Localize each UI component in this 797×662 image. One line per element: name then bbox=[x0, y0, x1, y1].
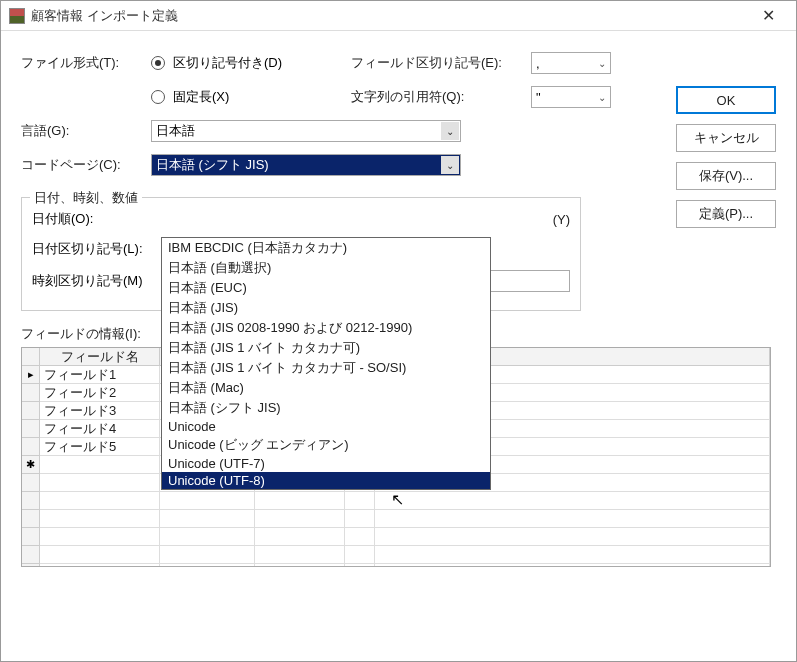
dropdown-item[interactable]: 日本語 (EUC) bbox=[162, 278, 490, 298]
dropdown-item[interactable]: 日本語 (JIS 0208-1990 および 0212-1990) bbox=[162, 318, 490, 338]
dropdown-item[interactable]: Unicode (ビッグ エンディアン) bbox=[162, 435, 490, 455]
label-codepage: コードページ(C): bbox=[21, 156, 151, 174]
text-qual-value: " bbox=[536, 90, 541, 105]
cell-name[interactable]: フィールド4 bbox=[40, 420, 160, 438]
radio-delimited-label: 区切り記号付き(D) bbox=[173, 54, 282, 72]
app-icon bbox=[9, 8, 25, 24]
radio-fixed-wrap[interactable]: 固定長(X) bbox=[151, 88, 351, 106]
save-button[interactable]: 保存(V)... bbox=[676, 162, 776, 190]
label-hidden-y: (Y) bbox=[553, 212, 570, 227]
field-sep-value: , bbox=[536, 56, 540, 71]
col-name[interactable]: フィールド名 bbox=[40, 348, 160, 366]
label-language: 言語(G): bbox=[21, 122, 151, 140]
time-sep-field[interactable] bbox=[490, 270, 570, 292]
chevron-down-icon: ⌄ bbox=[598, 92, 606, 103]
row-file-format: ファイル形式(T): 区切り記号付き(D) フィールド区切り記号(E): , ⌄ bbox=[21, 51, 776, 75]
chevron-down-icon: ⌄ bbox=[598, 58, 606, 69]
row-fixed: 固定長(X) 文字列の引用符(Q): " ⌄ bbox=[21, 85, 776, 109]
label-date-sep: 日付区切り記号(L): bbox=[32, 240, 152, 258]
row-selector[interactable]: ✱ bbox=[22, 456, 40, 474]
grid-corner bbox=[22, 348, 40, 366]
table-empty-row bbox=[22, 564, 770, 566]
label-date-order: 日付順(O): bbox=[32, 210, 152, 228]
row-selector[interactable]: ▸ bbox=[22, 366, 40, 384]
label-time-sep: 時刻区切り記号(M) bbox=[32, 272, 152, 290]
dropdown-item[interactable]: Unicode bbox=[162, 418, 490, 435]
label-text-qual: 文字列の引用符(Q): bbox=[351, 88, 531, 106]
label-file-format: ファイル形式(T): bbox=[21, 54, 151, 72]
codepage-value: 日本語 (シフト JIS) bbox=[156, 156, 269, 174]
cell-name[interactable]: フィールド1 bbox=[40, 366, 160, 384]
cell-name[interactable]: フィールド5 bbox=[40, 438, 160, 456]
spec-button[interactable]: 定義(P)... bbox=[676, 200, 776, 228]
dropdown-item[interactable]: IBM EBCDIC (日本語カタカナ) bbox=[162, 238, 490, 258]
dropdown-item[interactable]: 日本語 (JIS) bbox=[162, 298, 490, 318]
row-selector[interactable] bbox=[22, 402, 40, 420]
dropdown-item[interactable]: 日本語 (JIS 1 バイト カタカナ可 - SO/SI) bbox=[162, 358, 490, 378]
close-button[interactable]: ✕ bbox=[748, 2, 788, 30]
language-combo[interactable]: 日本語 ⌄ bbox=[151, 120, 461, 142]
dialog-body: OK キャンセル 保存(V)... 定義(P)... ファイル形式(T): 区切… bbox=[1, 31, 796, 577]
row-selector[interactable] bbox=[22, 420, 40, 438]
table-empty-row bbox=[22, 528, 770, 546]
row-selector[interactable] bbox=[22, 438, 40, 456]
codepage-dropdown[interactable]: IBM EBCDIC (日本語カタカナ)日本語 (自動選択)日本語 (EUC)日… bbox=[161, 237, 491, 490]
field-sep-combo[interactable]: , ⌄ bbox=[531, 52, 611, 74]
text-qual-combo[interactable]: " ⌄ bbox=[531, 86, 611, 108]
cancel-button[interactable]: キャンセル bbox=[676, 124, 776, 152]
codepage-combo[interactable]: 日本語 (シフト JIS) ⌄ bbox=[151, 154, 461, 176]
dropdown-item[interactable]: 日本語 (JIS 1 バイト カタカナ可) bbox=[162, 338, 490, 358]
row-codepage: コードページ(C): 日本語 (シフト JIS) ⌄ bbox=[21, 153, 776, 177]
chevron-down-icon: ⌄ bbox=[441, 122, 459, 140]
table-empty-row bbox=[22, 546, 770, 564]
dropdown-item[interactable]: 日本語 (シフト JIS) bbox=[162, 398, 490, 418]
table-empty-row bbox=[22, 492, 770, 510]
right-button-column: OK キャンセル 保存(V)... 定義(P)... bbox=[676, 86, 776, 228]
language-value: 日本語 bbox=[156, 122, 195, 140]
radio-delimited-wrap[interactable]: 区切り記号付き(D) bbox=[151, 54, 351, 72]
cell-name[interactable]: フィールド3 bbox=[40, 402, 160, 420]
dropdown-item[interactable]: Unicode (UTF-7) bbox=[162, 455, 490, 472]
radio-fixed-label: 固定長(X) bbox=[173, 88, 229, 106]
label-field-sep: フィールド区切り記号(E): bbox=[351, 54, 531, 72]
dialog-window: 顧客情報 インポート定義 ✕ OK キャンセル 保存(V)... 定義(P)..… bbox=[0, 0, 797, 662]
titlebar: 顧客情報 インポート定義 ✕ bbox=[1, 1, 796, 31]
group-legend: 日付、時刻、数値 bbox=[30, 189, 142, 207]
dropdown-item[interactable]: 日本語 (Mac) bbox=[162, 378, 490, 398]
window-title: 顧客情報 インポート定義 bbox=[31, 7, 748, 25]
table-empty-row bbox=[22, 510, 770, 528]
radio-fixed-icon bbox=[151, 90, 165, 104]
chevron-down-icon: ⌄ bbox=[441, 156, 459, 174]
radio-delimited-icon bbox=[151, 56, 165, 70]
dropdown-item[interactable]: 日本語 (自動選択) bbox=[162, 258, 490, 278]
cell-name[interactable]: フィールド2 bbox=[40, 384, 160, 402]
row-language: 言語(G): 日本語 ⌄ bbox=[21, 119, 776, 143]
ok-button[interactable]: OK bbox=[676, 86, 776, 114]
row-selector[interactable] bbox=[22, 384, 40, 402]
dropdown-item[interactable]: Unicode (UTF-8) bbox=[162, 472, 490, 489]
